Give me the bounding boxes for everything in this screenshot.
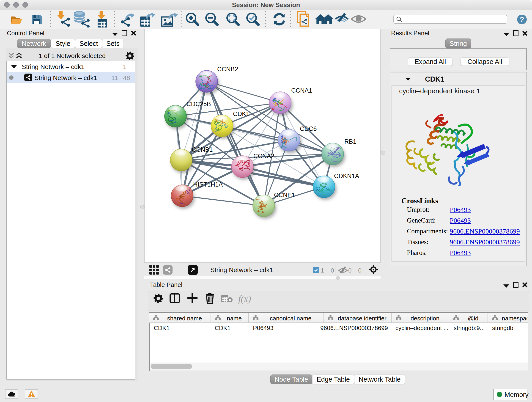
svg-text:CCNB1: CCNB1 [192,146,213,153]
svg-text:HIST1H1A: HIST1H1A [193,181,223,188]
svg-text:CDC6: CDC6 [300,125,317,132]
svg-text:CCNE1: CCNE1 [274,191,295,198]
svg-text:RB1: RB1 [344,138,356,145]
svg-text:CCNB2: CCNB2 [217,66,238,73]
svg-text:CDC25B: CDC25B [186,101,211,108]
svg-text:CCNA2: CCNA2 [253,153,274,160]
svg-text:CDK1: CDK1 [233,110,249,117]
svg-text:CDKN1A: CDKN1A [334,172,359,179]
svg-text:CCNA1: CCNA1 [291,87,312,94]
